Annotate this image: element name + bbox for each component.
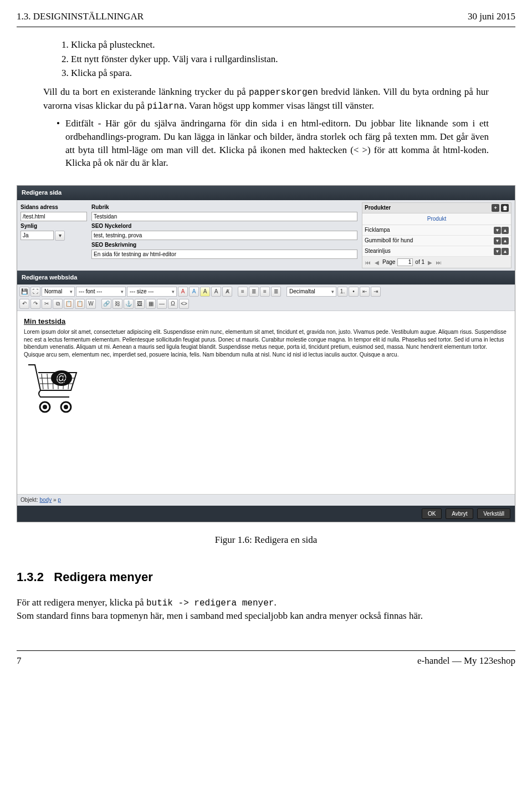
move-down-icon[interactable]: ▼ <box>494 237 501 245</box>
input-seo-beskrivning[interactable] <box>91 250 357 259</box>
anchor-icon[interactable]: ⚓ <box>124 299 134 309</box>
highlight-icon[interactable]: A <box>200 287 210 297</box>
product-row[interactable]: Stearinljus ▼▲ <box>362 246 511 257</box>
mono-pilarna: pilarna <box>147 101 184 111</box>
select-synlig[interactable]: Ja <box>21 231 54 240</box>
svg-point-11 <box>43 405 47 409</box>
header-left: 1.3. DESIGNINSTÄLLNINGAR <box>17 10 144 23</box>
copy-icon[interactable]: ⧉ <box>53 299 63 309</box>
header-date: 30 juni 2015 <box>468 10 515 23</box>
label-seo-nyckelord: SEO Nyckelord <box>91 222 357 230</box>
pager-first-icon[interactable]: ⏮ <box>365 259 371 266</box>
shopping-cart-image: @ <box>24 363 508 418</box>
ok-button[interactable]: OK <box>422 508 442 519</box>
save-icon[interactable]: 💾 <box>19 287 29 297</box>
svg-text:@: @ <box>56 371 67 384</box>
label-synlig: Synlig <box>21 222 87 230</box>
pager-prev-icon[interactable]: ◀ <box>374 259 380 266</box>
text-color-icon[interactable]: A <box>178 287 188 297</box>
list-style-select[interactable]: Decimaltal <box>287 287 336 297</box>
svg-line-2 <box>42 374 43 389</box>
move-down-icon[interactable]: ▼ <box>494 227 501 234</box>
list-ul-icon[interactable]: • <box>349 287 359 297</box>
editor-content[interactable]: Min testsida Lorem ipsum dolor sit amet,… <box>17 311 515 494</box>
add-product-icon[interactable]: + <box>492 204 499 212</box>
screenshot-redigera-sida: Redigera sida Sidans adress Synlig Ja ▾ … <box>17 185 515 522</box>
align-left-icon[interactable]: ≡ <box>238 287 248 297</box>
align-center-icon[interactable]: ≣ <box>249 287 259 297</box>
move-up-icon[interactable]: ▲ <box>502 227 509 234</box>
product-row[interactable]: Ficklampa ▼▲ <box>362 225 511 236</box>
move-up-icon[interactable]: ▲ <box>502 237 509 245</box>
undo-icon[interactable]: ↶ <box>19 299 29 309</box>
paste-text-icon[interactable]: 📋 <box>75 299 85 309</box>
status-path-body[interactable]: body <box>39 497 52 503</box>
status-path-p[interactable]: p <box>58 497 61 503</box>
svg-line-3 <box>47 374 48 389</box>
editor-status-bar: Objekt: body » p <box>17 494 515 506</box>
unlink-icon[interactable]: ⛓ <box>112 299 122 309</box>
steps-list: Klicka på plustecknet. Ett nytt fönster … <box>43 38 489 80</box>
dialog-buttons: OK Avbryt Verkställ <box>17 506 515 522</box>
input-sidans-adress[interactable] <box>21 212 87 221</box>
cancel-button[interactable]: Avbryt <box>446 508 473 519</box>
paste-icon[interactable]: 📋 <box>64 299 74 309</box>
footer-title: e-handel — My 123eshop <box>417 654 515 668</box>
header-rule <box>17 27 515 27</box>
outdent-icon[interactable]: ⇤ <box>360 287 370 297</box>
panel-title-redigera-webbsida: Redigera webbsida <box>17 271 515 284</box>
form-area: Sidans adress Synlig Ja ▾ Rubrik SEO Nyc… <box>17 200 515 271</box>
move-down-icon[interactable]: ▼ <box>494 248 501 255</box>
link-icon[interactable]: 🔗 <box>101 299 111 309</box>
bullet-dot: • <box>57 117 65 170</box>
pager-next-icon[interactable]: ▶ <box>427 259 433 266</box>
move-up-icon[interactable]: ▲ <box>502 248 509 255</box>
font-select[interactable]: --- font --- <box>76 287 126 297</box>
apply-button[interactable]: Verkställ <box>477 508 510 519</box>
input-seo-nyckelord[interactable] <box>91 231 357 240</box>
page-number: 7 <box>17 654 22 668</box>
text-color2-icon[interactable]: A <box>189 287 199 297</box>
editor-toolbar: 💾 ⛶ Normal --- font --- --- size --- A A… <box>17 284 515 311</box>
indent-icon[interactable]: ⇥ <box>371 287 381 297</box>
image-icon[interactable]: 🖼 <box>135 299 145 309</box>
products-header: Produkter <box>365 204 391 212</box>
align-right-icon[interactable]: ≡ <box>260 287 270 297</box>
step-2: Ett nytt fönster dyker upp. Välj vara i … <box>71 53 489 66</box>
format-select[interactable]: Normal <box>42 287 75 297</box>
hr-icon[interactable]: — <box>157 299 167 309</box>
label-rubrik: Rubrik <box>91 203 357 211</box>
section-para-1: För att redigera menyer, klicka på butik… <box>17 596 515 609</box>
fullscreen-icon[interactable]: ⛶ <box>30 287 40 297</box>
pager-last-icon[interactable]: ⏭ <box>436 259 442 266</box>
products-pager: ⏮ ◀ Page of 1 ▶ ⏭ <box>362 257 511 268</box>
panel-title-redigera-sida: Redigera sida <box>17 186 515 200</box>
select-synlig-arrow-icon[interactable]: ▾ <box>55 231 65 241</box>
delete-product-icon[interactable]: 🗑 <box>501 204 509 212</box>
size-select[interactable]: --- size --- <box>127 287 177 297</box>
step-1: Klicka på plustecknet. <box>71 38 489 52</box>
input-rubrik[interactable] <box>91 212 357 221</box>
align-justify-icon[interactable]: ≣ <box>271 287 281 297</box>
special-char-icon[interactable]: Ω <box>168 299 178 309</box>
product-row[interactable]: Gummiboll för hund ▼▲ <box>362 236 511 246</box>
table-icon[interactable]: ▦ <box>146 299 156 309</box>
html-source-icon[interactable]: <> <box>179 299 189 309</box>
pager-label: Page <box>382 258 395 266</box>
mono-papperskorgen: papperskorgen <box>249 88 318 98</box>
cut-icon[interactable]: ✂ <box>42 299 52 309</box>
paragraph-remove-link: Vill du ta bort en existerande länkning … <box>43 85 489 113</box>
section-para-2: Som standard finns bara topmenyn här, me… <box>17 609 515 623</box>
products-panel: Produkter + 🗑 Produkt Ficklampa ▼▲ Gummi… <box>362 202 511 268</box>
paste-word-icon[interactable]: W <box>86 299 96 309</box>
editor-heading: Min testsida <box>24 317 508 327</box>
product-column-header[interactable]: Produkt <box>362 213 511 225</box>
clear-format-icon[interactable]: Ⱥ <box>222 287 232 297</box>
shadow-icon[interactable]: A <box>211 287 221 297</box>
redo-icon[interactable]: ↷ <box>30 299 40 309</box>
pager-page-input[interactable] <box>397 258 413 266</box>
svg-point-13 <box>64 405 68 409</box>
pager-of: of 1 <box>415 258 424 266</box>
figure-caption: Figur 1.6: Redigera en sida <box>17 533 515 547</box>
list-ol-icon[interactable]: 1. <box>337 287 347 297</box>
